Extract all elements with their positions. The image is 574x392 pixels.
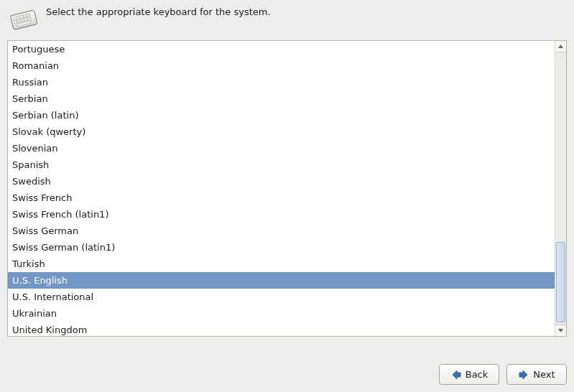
list-item[interactable]: United Kingdom [8,322,555,336]
next-button-label: Next [533,369,555,380]
list-item[interactable]: U.S. English [8,272,555,289]
svg-rect-2 [17,16,20,19]
keyboard-icon [7,6,39,33]
svg-rect-6 [14,20,17,24]
svg-rect-4 [23,14,27,18]
svg-rect-9 [24,18,28,22]
list-item[interactable]: Turkish [8,256,555,272]
back-button-label: Back [466,369,489,380]
svg-rect-10 [28,17,32,20]
list-item[interactable]: Serbian [8,90,555,107]
scrollbar-track[interactable] [555,52,566,325]
scroll-down-button[interactable] [555,325,566,336]
list-item[interactable]: Swiss French [8,190,555,206]
list-item[interactable]: Ukrainian [8,305,555,322]
list-item[interactable]: Serbian (latin) [8,107,555,123]
scrollbar-thumb[interactable] [556,242,565,322]
keyboard-listbox-container: PortugueseRomanianRussianSerbianSerbian … [7,40,567,337]
svg-marker-12 [558,45,563,48]
arrow-right-icon [518,369,529,381]
list-item[interactable]: Russian [8,74,555,90]
header: Select the appropriate keyboard for the … [0,0,574,40]
arrow-left-icon [450,369,462,381]
back-button[interactable]: Back [439,364,499,385]
instruction-text: Select the appropriate keyboard for the … [46,4,271,19]
svg-rect-7 [17,19,21,23]
list-item[interactable]: Spanish [8,157,555,173]
scroll-up-button[interactable] [555,41,566,52]
list-item[interactable]: Portuguese [8,41,555,57]
list-item[interactable]: Romanian [8,57,555,74]
next-button[interactable]: Next [506,364,567,385]
footer: Back Next [0,358,574,392]
svg-rect-5 [27,14,30,17]
scrollbar[interactable] [555,41,566,336]
svg-marker-15 [519,370,527,379]
list-item[interactable]: Swiss French (latin1) [8,206,555,223]
list-item[interactable]: Slovenian [8,140,555,157]
svg-rect-1 [13,17,17,20]
list-item[interactable]: Swedish [8,173,555,190]
list-item[interactable]: Slovak (qwerty) [8,123,555,140]
keyboard-listbox[interactable]: PortugueseRomanianRussianSerbianSerbian … [8,41,555,336]
list-item[interactable]: Swiss German [8,223,555,239]
svg-marker-13 [558,329,563,332]
svg-marker-14 [453,370,460,379]
svg-rect-8 [21,19,24,22]
list-item[interactable]: Swiss German (latin1) [8,239,555,256]
svg-rect-3 [20,15,24,19]
list-item[interactable]: U.S. International [8,289,555,305]
